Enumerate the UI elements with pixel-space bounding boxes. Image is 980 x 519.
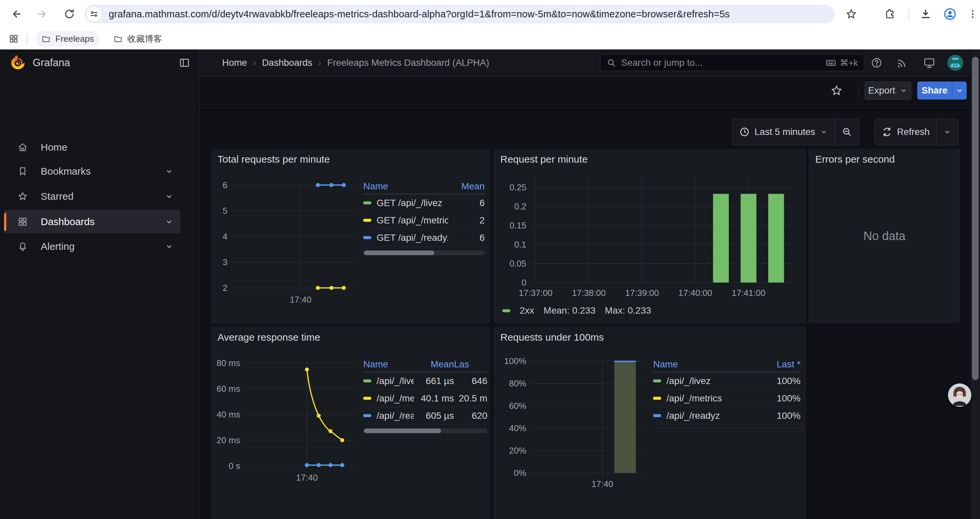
refresh-interval-button[interactable] <box>937 119 958 145</box>
legend-value: 40.1 ms <box>414 390 454 407</box>
time-range-group: Last 5 minutes <box>732 118 859 145</box>
panel-title[interactable]: Total requests per minute <box>218 153 330 165</box>
legend-scrollbar[interactable] <box>363 428 487 433</box>
svg-text:0.15: 0.15 <box>509 220 527 230</box>
forward-icon[interactable] <box>33 5 52 23</box>
monitor-icon[interactable] <box>919 50 939 76</box>
svg-text:6: 6 <box>223 180 228 190</box>
legend-series-name[interactable]: GET /api/_/livez <box>363 194 448 212</box>
series-color-swatch <box>363 379 371 382</box>
legend-scrollbar-thumb[interactable] <box>364 428 441 433</box>
bookmark-label: 收藏博客 <box>127 33 162 45</box>
svg-text:40%: 40% <box>509 423 527 433</box>
share-button-group: Share <box>917 81 967 99</box>
legend-series-name[interactable]: GET /api/_/readyz <box>363 229 448 246</box>
bookmark-item[interactable]: 收藏博客 <box>108 30 167 48</box>
export-button[interactable]: Export <box>865 81 911 99</box>
brand-name[interactable]: Grafana <box>33 57 70 69</box>
sidebar-item-dashboards[interactable]: Dashboards <box>4 210 180 233</box>
breadcrumb: Home›Dashboards›Freeleaps Metrics Dashbo… <box>222 50 489 76</box>
reload-icon[interactable] <box>60 5 79 23</box>
sidebar-item-alerting[interactable]: Alerting <box>4 235 180 258</box>
svg-text:2: 2 <box>223 283 228 293</box>
assistant-avatar[interactable] <box>948 383 972 407</box>
legend-scrollbar-thumb[interactable] <box>364 251 434 255</box>
sidebar-item-starred[interactable]: Starred <box>4 185 180 208</box>
legend-series-name[interactable]: /api/_/metrics <box>363 390 414 407</box>
browser-menu-icon[interactable] <box>963 5 980 23</box>
panel-errors-per-second: Errors per secondNo data <box>809 149 960 323</box>
svg-text:0.1: 0.1 <box>514 240 527 249</box>
svg-text:17:40: 17:40 <box>296 473 318 482</box>
user-avatar[interactable] <box>945 50 965 76</box>
profile-icon[interactable] <box>941 5 959 23</box>
legend-series-name[interactable]: /api/_/livez <box>363 372 414 390</box>
extensions-icon[interactable] <box>881 5 899 23</box>
breadcrumb-item[interactable]: Home <box>222 57 247 68</box>
legend-series-name[interactable]: /api/_/metrics <box>653 390 764 407</box>
legend-scrollbar[interactable] <box>363 251 485 255</box>
legend-value: 6 <box>448 194 485 212</box>
sidebar-item-bookmarks[interactable]: Bookmarks <box>4 160 180 183</box>
legend-series-name[interactable]: GET /api/_/metrics <box>363 212 448 229</box>
chevron-down-icon[interactable] <box>165 167 173 176</box>
legend-series-name[interactable]: /api/_/livez <box>653 372 764 390</box>
bookmark-label: Freeleaps <box>56 34 94 44</box>
news-rss-icon[interactable] <box>892 50 912 76</box>
breadcrumb-item[interactable]: Freeleaps Metrics Dashboard (ALPHA) <box>327 57 489 68</box>
bookmark-item[interactable]: Freeleaps <box>36 31 99 47</box>
url-bar[interactable]: grafana.mathmast.com/d/deytv4rwavabkb/fr… <box>84 5 835 23</box>
chevron-down-icon[interactable] <box>165 217 173 226</box>
panel-legend: NameMeanLas/api/_/livez661 µs646/api/_/m… <box>363 357 487 433</box>
legend-series-name[interactable]: /api/_/readyz <box>363 407 414 425</box>
legend-text[interactable]: Mean: 0.233 <box>544 305 596 316</box>
site-info-icon[interactable] <box>87 7 102 21</box>
favorite-star-icon[interactable] <box>827 76 846 105</box>
panel-title[interactable]: Requests under 100ms <box>500 332 604 343</box>
svg-text:17:39:00: 17:39:00 <box>625 288 659 298</box>
brand-row: Grafana <box>0 50 199 76</box>
back-icon[interactable] <box>7 5 25 23</box>
legend-header: Mean <box>448 179 485 194</box>
panel-title[interactable]: Average response time <box>218 332 320 343</box>
time-range-picker[interactable]: Last 5 minutes <box>732 119 835 145</box>
search-input[interactable]: Search or jump to... ⌘+k <box>600 54 864 71</box>
legend-series-name[interactable]: /api/_/readyz <box>653 407 764 425</box>
breadcrumb-separator: › <box>253 58 256 68</box>
legend-text[interactable]: Max: 0.233 <box>605 305 651 316</box>
help-icon[interactable] <box>867 50 886 76</box>
svg-text:100%: 100% <box>504 356 527 366</box>
chevron-down-icon[interactable] <box>165 242 173 251</box>
share-button[interactable]: Share <box>917 81 952 99</box>
sidebar-item-home[interactable]: Home <box>4 136 180 159</box>
bookmark-star-icon[interactable] <box>842 5 861 23</box>
series-color-swatch <box>363 414 371 417</box>
breadcrumb-item[interactable]: Dashboards <box>262 57 312 68</box>
url-text[interactable]: grafana.mathmast.com/d/deytv4rwavabkb/fr… <box>109 9 730 20</box>
legend-value: 620 <box>454 407 487 425</box>
panel-total-requests-per-minute: Total requests per minute6543217:40NameM… <box>211 149 490 323</box>
dock-sidebar-icon[interactable] <box>179 57 190 69</box>
legend-value: 2 <box>448 212 485 229</box>
chart: 00.050.10.150.20.2517:37:0017:38:0017:39… <box>497 170 800 302</box>
chevron-down-icon <box>820 128 828 136</box>
download-icon[interactable] <box>916 5 935 23</box>
svg-text:0: 0 <box>522 278 527 287</box>
chart: 6543217:40 <box>215 178 361 310</box>
page-scrollbar-thumb[interactable] <box>972 57 978 380</box>
series-color-swatch <box>363 201 371 204</box>
refresh-button[interactable]: Refresh <box>875 119 936 145</box>
chevron-down-icon[interactable] <box>165 192 173 201</box>
svg-text:5: 5 <box>223 206 228 216</box>
legend-text[interactable]: 2xx <box>520 305 535 316</box>
zoom-out-button[interactable] <box>835 119 859 145</box>
chevron-down-icon <box>900 86 908 94</box>
panel-title[interactable]: Request per minute <box>500 153 588 165</box>
legend-value: 100% <box>764 390 800 407</box>
grafana-logo-icon[interactable] <box>10 55 25 70</box>
dashboard-actions-row: Export Share <box>199 76 980 105</box>
grafana-sidebar: HomeBookmarksStarredDashboardsAlerting <box>0 50 199 519</box>
apps-grid-icon[interactable] <box>9 34 19 44</box>
share-menu-button[interactable] <box>952 81 967 99</box>
toolbar-separator <box>908 9 909 19</box>
